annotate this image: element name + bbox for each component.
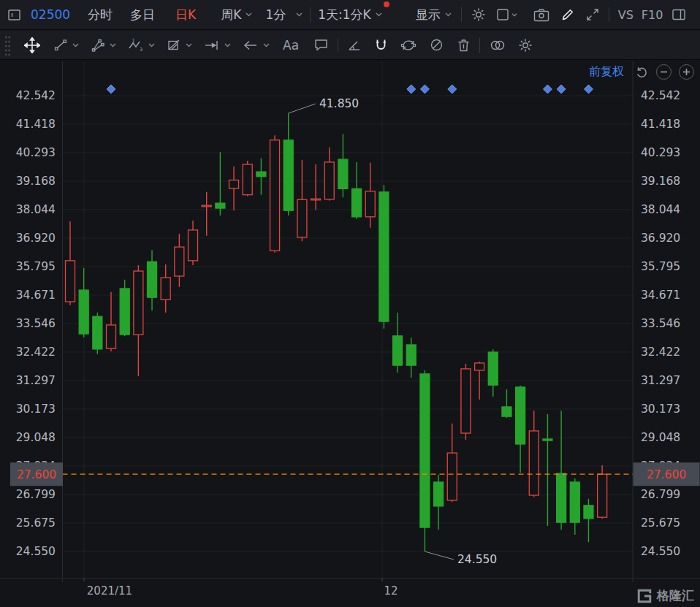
- y-tick-label-right: 31.297: [641, 374, 680, 387]
- top-toolbar: 02500 分时 多日 日K 周K 1分 1天:1分K 显示: [0, 0, 700, 30]
- layout-select-button[interactable]: [496, 8, 517, 21]
- y-tick-label-right: 32.422: [641, 346, 680, 359]
- candlestick: [120, 280, 129, 336]
- y-tick-label-left: 33.546: [16, 317, 56, 330]
- period-combo-label: 1天:1分K: [318, 7, 371, 23]
- fullscreen-button[interactable]: [585, 7, 600, 22]
- delete-drawings-button[interactable]: [457, 38, 471, 53]
- cursor-move-tool[interactable]: [24, 37, 40, 53]
- y-tick-label-left: 30.173: [16, 402, 56, 416]
- gann-box-tool[interactable]: [167, 38, 192, 53]
- candle-body: [66, 261, 75, 302]
- undo-icon: [634, 65, 649, 80]
- magnet-mode-button[interactable]: [374, 38, 388, 53]
- y-tick-label-right: 40.293: [641, 146, 680, 159]
- event-marker-diamond[interactable]: [585, 85, 593, 93]
- candlestick: [324, 148, 334, 201]
- event-marker-diamond[interactable]: [448, 85, 457, 93]
- y-tick-label-right: 33.546: [641, 317, 680, 330]
- candle-body: [229, 180, 239, 188]
- screenshot-button[interactable]: [533, 8, 549, 22]
- candle-body: [189, 230, 198, 261]
- trend-line-icon: [53, 38, 68, 53]
- panel-toggle-button[interactable]: [672, 8, 686, 21]
- candle-body: [352, 188, 362, 216]
- current-price-label-left: 27.600: [17, 468, 56, 481]
- candle-body: [216, 203, 225, 208]
- candlestick: [243, 161, 252, 196]
- y-tick-label-right: 25.675: [641, 516, 680, 530]
- trash-icon: [457, 38, 471, 53]
- display-menu[interactable]: 显示: [416, 7, 452, 23]
- zoom-in-button[interactable]: [679, 64, 694, 80]
- event-marker-diamond[interactable]: [557, 85, 566, 93]
- divider: [310, 7, 311, 22]
- magnet-icon: [374, 38, 388, 53]
- divider: [338, 38, 338, 53]
- candle-body: [584, 505, 593, 519]
- chart-window-icon[interactable]: [7, 8, 21, 22]
- hide-drawings-button[interactable]: [429, 37, 444, 53]
- adjustment-mode-button[interactable]: 前复权: [589, 64, 624, 80]
- event-marker-diamond[interactable]: [544, 85, 552, 93]
- vs-label: VS: [618, 8, 634, 22]
- candle-body: [570, 482, 579, 522]
- chevron-down-icon: [110, 43, 116, 47]
- annotation-connector: [425, 551, 454, 560]
- auto-sync-button[interactable]: [400, 38, 416, 53]
- divider: [479, 38, 480, 53]
- event-marker-diamond[interactable]: [420, 85, 429, 93]
- symbol-code[interactable]: 02500: [31, 7, 70, 22]
- vs-compare-button[interactable]: VS: [618, 8, 634, 22]
- sync-icon: [400, 38, 416, 53]
- chart-controls: 前复权: [589, 64, 694, 80]
- y-tick-label-left: 34.671: [16, 289, 56, 302]
- candle-body: [461, 369, 471, 433]
- period-combo-select[interactable]: 1天:1分K: [318, 7, 382, 23]
- expand-icon: [585, 7, 600, 22]
- trend-line-tool[interactable]: [53, 38, 79, 53]
- object-tree-button[interactable]: [489, 39, 506, 52]
- candlestick: [107, 292, 116, 351]
- reset-zoom-button[interactable]: [634, 65, 649, 80]
- measure-projection-tool[interactable]: [204, 38, 231, 53]
- candle-body: [79, 290, 88, 334]
- zoom-out-button[interactable]: [656, 64, 672, 80]
- comment-tool[interactable]: [313, 38, 329, 52]
- toolbar-settings-button[interactable]: [518, 38, 533, 53]
- draw-annotate-button[interactable]: [560, 7, 575, 22]
- interval-1min-select[interactable]: 1分: [265, 7, 303, 23]
- candle-body: [379, 192, 389, 321]
- hide-slash-icon: [429, 37, 444, 53]
- tab-label-active: 日K: [175, 7, 196, 23]
- candlestick: [516, 386, 525, 473]
- candlestick: [202, 192, 211, 236]
- move-crosshair-icon: [24, 37, 40, 53]
- f10-info-button[interactable]: F10: [642, 8, 663, 22]
- event-marker-diamond[interactable]: [407, 85, 416, 93]
- pencil-icon: [560, 7, 575, 22]
- tab-multiday[interactable]: 多日: [130, 7, 155, 23]
- candlestick: [365, 163, 375, 228]
- candle-body: [107, 325, 116, 348]
- y-tick-label-right: 41.418: [641, 118, 680, 131]
- event-marker-diamond[interactable]: [107, 85, 115, 93]
- tab-timeshare[interactable]: 分时: [88, 7, 113, 23]
- tab-daily-k[interactable]: 日K: [175, 7, 196, 23]
- candlestick: [189, 221, 198, 265]
- candlestick: [66, 221, 75, 305]
- annotation-connector: [289, 104, 316, 113]
- f10-label: F10: [642, 8, 663, 22]
- elliott-wave-tool[interactable]: 13: [128, 38, 155, 53]
- gear-icon: [518, 38, 533, 53]
- candle-body: [338, 159, 348, 188]
- settings-gear-button[interactable]: [471, 7, 486, 22]
- trend-angle-tool[interactable]: [347, 39, 362, 52]
- text-tool[interactable]: Aa: [283, 38, 299, 53]
- arrow-marker-tool[interactable]: [243, 39, 270, 52]
- tab-weekly-k[interactable]: 周K: [221, 7, 252, 23]
- pitchfork-tool[interactable]: [91, 38, 116, 53]
- x-axis-label: 2021/11: [87, 584, 132, 598]
- candlestick: [79, 268, 88, 337]
- toolbar-grip-handle[interactable]: [4, 35, 11, 56]
